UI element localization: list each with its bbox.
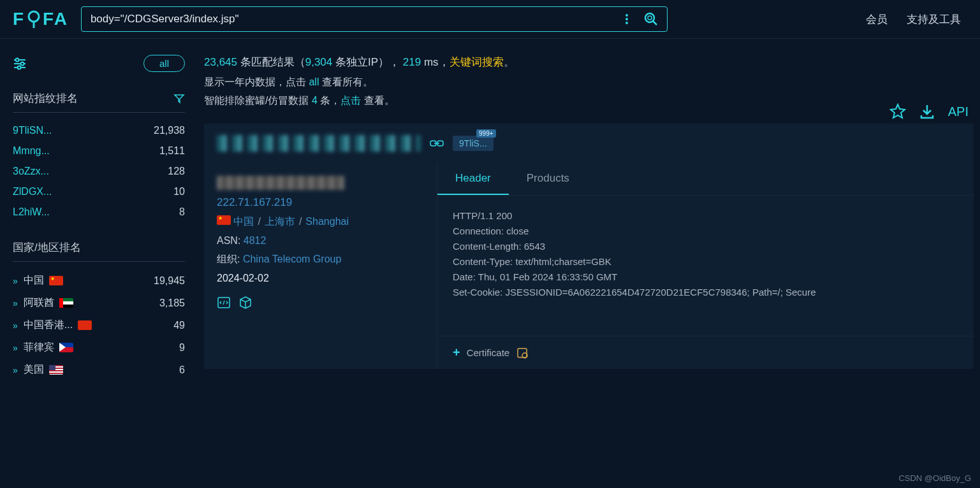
fingerprint-count: 128 xyxy=(168,166,185,177)
city-en-link[interactable]: Shanghai xyxy=(305,216,349,227)
country-link[interactable]: 中国 xyxy=(233,216,254,227)
watermark: CSDN @OidBoy_G xyxy=(898,473,971,483)
fingerprint-count: 8 xyxy=(179,206,185,218)
country-count: 49 xyxy=(173,320,185,331)
filter-sliders-icon[interactable] xyxy=(13,57,27,71)
chevron-right-icon: » xyxy=(13,276,16,286)
flag-icon-ae xyxy=(59,298,73,308)
flag-icon-cn xyxy=(49,276,63,285)
fingerprint-section-title: 网站指纹排名 xyxy=(13,91,185,113)
country-row[interactable]: »阿联酋3,185 xyxy=(13,292,185,314)
country-name: 美国 xyxy=(24,363,44,377)
search-input[interactable] xyxy=(91,13,621,25)
stats-line: 23,645 条匹配结果（9,304 条独立IP）， 219 ms，关键词搜索。 xyxy=(204,55,974,69)
flag-icon-us xyxy=(49,365,63,375)
result-card: 9TliS... 999+ 222.71.167.219 中国/上海市/Shan… xyxy=(204,124,974,369)
result-title-redacted xyxy=(217,135,421,152)
fingerprint-count: 21,938 xyxy=(154,125,185,136)
ip-link[interactable]: 222.71.167.219 xyxy=(217,196,424,209)
svg-point-9 xyxy=(16,58,19,61)
fingerprint-name: ZlDGX... xyxy=(13,186,52,197)
country-row[interactable]: »菲律宾9 xyxy=(13,336,185,359)
country-name: 中国香港... xyxy=(24,319,73,332)
svg-point-5 xyxy=(645,13,654,22)
flag-icon-ph xyxy=(59,343,73,352)
plus-icon: + xyxy=(453,345,460,360)
asn-link[interactable]: 4812 xyxy=(244,235,267,246)
all-pill[interactable]: all xyxy=(143,55,185,72)
chevron-right-icon: » xyxy=(13,365,16,375)
search-box xyxy=(81,6,668,32)
country-name: 阿联酋 xyxy=(24,296,54,310)
fingerprint-row[interactable]: Mmng...1,511 xyxy=(13,141,185,161)
fingerprint-count: 1,511 xyxy=(159,145,185,157)
http-headers: HTTP/1.1 200 Connection: close Content-L… xyxy=(437,196,974,336)
chevron-right-icon: » xyxy=(13,320,16,331)
country-row[interactable]: »美国6 xyxy=(13,359,185,381)
click-view-link[interactable]: 点击 xyxy=(340,95,361,106)
location-line: 中国/上海市/Shanghai xyxy=(217,215,424,229)
tag-count-badge: 999+ xyxy=(476,129,496,138)
menu-dots-icon[interactable] xyxy=(621,13,633,25)
city-link[interactable]: 上海市 xyxy=(265,216,295,227)
certificate-icon xyxy=(516,347,529,359)
logo-o-icon xyxy=(26,10,41,28)
fingerprint-name: L2hiW... xyxy=(13,206,50,218)
fingerprint-row[interactable]: 3oZzx...128 xyxy=(13,161,185,182)
fingerprint-name: Mmng... xyxy=(13,145,50,157)
country-name: 中国 xyxy=(24,274,44,287)
svg-point-11 xyxy=(21,62,24,65)
search-icon[interactable] xyxy=(644,12,658,26)
stats-line-3: 智能排除蜜罐/仿冒数据 4 条，点击 查看。 xyxy=(204,94,974,108)
svg-point-3 xyxy=(625,18,628,20)
nav-member[interactable]: 会员 xyxy=(866,12,888,27)
code-icon[interactable] xyxy=(217,296,231,310)
result-host-redacted xyxy=(217,176,344,190)
cube-icon[interactable] xyxy=(238,296,252,310)
chevron-right-icon: » xyxy=(13,298,16,308)
tab-products[interactable]: Products xyxy=(509,163,587,195)
result-date: 2024-02-02 xyxy=(217,273,424,284)
svg-point-13 xyxy=(18,66,21,69)
api-link[interactable]: API xyxy=(948,104,969,119)
country-name: 菲律宾 xyxy=(24,341,54,354)
country-section-title: 国家/地区排名 xyxy=(13,240,185,262)
fingerprint-row[interactable]: 9TliSN...21,938 xyxy=(13,120,185,141)
svg-point-4 xyxy=(625,22,628,24)
fingerprint-row[interactable]: L2hiW...8 xyxy=(13,202,185,222)
download-icon[interactable] xyxy=(919,103,935,120)
fingerprint-count: 10 xyxy=(173,186,185,197)
logo[interactable]: F FA xyxy=(13,9,68,29)
country-row[interactable]: »中国19,945 xyxy=(13,269,185,292)
org-link[interactable]: China Telecom Group xyxy=(243,254,341,264)
country-count: 3,185 xyxy=(159,298,185,309)
svg-point-2 xyxy=(625,14,628,17)
fingerprint-tag[interactable]: 9TliS... 999+ xyxy=(453,136,494,151)
tab-header[interactable]: Header xyxy=(437,163,509,195)
filter-funnel-icon[interactable] xyxy=(173,93,185,104)
fingerprint-row[interactable]: ZlDGX...10 xyxy=(13,182,185,202)
country-count: 19,945 xyxy=(154,275,185,287)
country-row[interactable]: »中国香港...49 xyxy=(13,314,185,336)
country-count: 9 xyxy=(179,342,185,354)
svg-point-0 xyxy=(29,11,39,22)
star-icon[interactable] xyxy=(889,103,906,120)
fingerprint-name: 9TliSN... xyxy=(13,125,52,136)
certificate-toggle[interactable]: + Certificate xyxy=(437,336,974,369)
link-icon[interactable] xyxy=(430,138,444,148)
chevron-right-icon: » xyxy=(13,343,16,353)
svg-point-7 xyxy=(648,16,652,20)
stats-line-2: 显示一年内数据，点击 all 查看所有。 xyxy=(204,76,974,89)
flag-icon-hk xyxy=(78,320,92,330)
nav-tools[interactable]: 支持及工具 xyxy=(907,12,961,27)
keyword-search-link[interactable]: 关键词搜索 xyxy=(450,56,504,68)
all-link[interactable]: all xyxy=(309,76,319,87)
flag-icon-cn xyxy=(217,215,231,225)
svg-line-6 xyxy=(653,21,657,25)
country-count: 6 xyxy=(179,364,185,376)
fingerprint-name: 3oZzx... xyxy=(13,166,49,177)
